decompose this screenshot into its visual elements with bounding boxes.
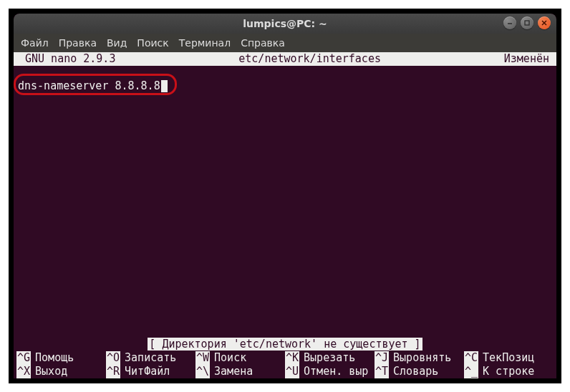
terminal-window: lumpics@PC: ~ Файл Правка Вид Поиск Терм… [14, 14, 556, 378]
nano-header: GNU nano 2.9.3 etc/network/interfaces Из… [14, 52, 556, 66]
titlebar: lumpics@PC: ~ [14, 14, 556, 34]
cursor [161, 80, 168, 92]
nano-version: GNU nano 2.9.3 [18, 52, 115, 66]
shortcut-key: ^U [285, 365, 299, 378]
shortcut-writeout: ^OЗаписать [106, 351, 195, 365]
minimize-button[interactable] [503, 16, 516, 29]
svg-rect-1 [525, 21, 529, 25]
menubar: Файл Правка Вид Поиск Терминал Справка [14, 34, 556, 52]
shortcut-key: ^W [195, 351, 210, 365]
shortcut-cut: ^KВырезать [285, 351, 375, 365]
shortcut-label: Записать [125, 351, 176, 365]
terminal-area[interactable]: GNU nano 2.9.3 etc/network/interfaces Из… [14, 52, 556, 378]
shortcut-label: Отмен. выр [304, 365, 368, 378]
shortcut-replace: ^\Замена [195, 365, 285, 378]
shortcut-search: ^WПоиск [195, 351, 285, 365]
shortcut-key: ^_ [464, 365, 478, 378]
nano-modified: Изменён [504, 52, 552, 66]
shortcut-label: ТекПозиц [483, 351, 534, 365]
minimize-icon [506, 19, 513, 26]
shortcut-spell: ^TСловарь [375, 365, 464, 378]
shortcut-key: ^T [375, 365, 389, 378]
shortcut-label: К строке [483, 365, 534, 378]
screenshot-frame: lumpics@PC: ~ Файл Правка Вид Поиск Терм… [9, 9, 561, 383]
shortcut-key: ^C [464, 351, 478, 365]
shortcut-key: ^O [106, 351, 120, 365]
editor-content[interactable]: dns-nameserver 8.8.8.8 [18, 79, 168, 93]
shortcut-key: ^\ [195, 365, 210, 378]
menu-terminal[interactable]: Терминал [179, 37, 231, 49]
close-button[interactable] [538, 16, 551, 29]
nano-status-message: [ Директория 'etc/network' не существует… [148, 338, 422, 351]
shortcut-key: ^K [285, 351, 299, 365]
shortcut-label: Замена [214, 365, 253, 378]
menu-help[interactable]: Справка [241, 37, 285, 49]
shortcut-uncut: ^UОтмен. выр [285, 365, 375, 378]
shortcut-help: ^GПомощь [16, 351, 106, 365]
shortcut-label: ЧитФайл [125, 365, 170, 378]
nano-status-line: [ Директория 'etc/network' не существует… [14, 338, 556, 351]
shortcut-gotoline: ^_К строке [464, 365, 554, 378]
shortcut-label: Помощь [35, 351, 74, 365]
shortcut-key: ^R [106, 365, 120, 378]
shortcut-curpos: ^CТекПозиц [464, 351, 554, 365]
editor-text: dns-nameserver 8.8.8.8 [18, 79, 160, 92]
maximize-icon [523, 19, 531, 26]
shortcut-label: Поиск [214, 351, 246, 365]
shortcut-key: ^X [16, 365, 31, 378]
shortcut-readfile: ^RЧитФайл [106, 365, 195, 378]
window-title: lumpics@PC: ~ [14, 18, 556, 29]
window-controls [503, 16, 551, 29]
nano-shortcuts: ^GПомощь ^OЗаписать ^WПоиск ^KВырезать ^… [16, 351, 554, 378]
close-icon [541, 19, 548, 26]
shortcut-label: Выход [35, 365, 67, 378]
shortcut-justify: ^JВыровнять [375, 351, 464, 365]
shortcut-key: ^G [16, 351, 31, 365]
shortcut-label: Выровнять [393, 351, 451, 365]
shortcut-exit: ^XВыход [16, 365, 106, 378]
shortcut-label: Вырезать [304, 351, 355, 365]
maximize-button[interactable] [521, 16, 533, 29]
nano-filename: etc/network/interfaces [115, 52, 503, 66]
menu-search[interactable]: Поиск [137, 37, 168, 49]
menu-file[interactable]: Файл [21, 37, 49, 49]
shortcut-label: Словарь [393, 365, 438, 378]
menu-view[interactable]: Вид [107, 37, 127, 49]
menu-edit[interactable]: Правка [59, 37, 97, 49]
shortcut-key: ^J [375, 351, 389, 365]
